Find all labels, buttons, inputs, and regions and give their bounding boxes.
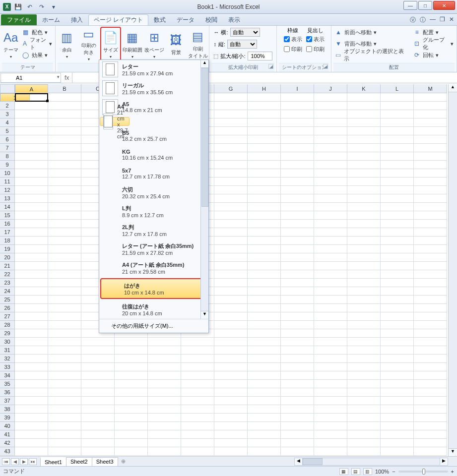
tab-2[interactable]: ページ レイアウト [88,14,148,25]
row-header-40[interactable]: 40 [0,422,15,430]
row-header-13[interactable]: 13 [0,194,15,203]
sheet-nav-prev-icon[interactable]: ◀ [11,458,19,465]
qat-dropdown-icon[interactable]: ▾ [49,2,59,12]
mdi-restore-icon[interactable]: ❐ [440,16,445,24]
row-header-32[interactable]: 32 [0,355,15,363]
hscroll-right-icon[interactable]: ▶ [440,458,448,465]
mdi-minimize-icon[interactable]: — [430,16,436,24]
selection-pane-button[interactable]: ▭オブジェクトの選択と表示 [333,50,408,60]
zoom-level[interactable]: 100% [375,469,389,475]
paper-size-item-10[interactable]: レター (アート紙 余白35mm)21.59 cm x 27.82 cm [99,239,208,258]
paper-size-item-1[interactable]: リーガル21.59 cm x 35.56 cm [99,79,208,98]
zoom-in-icon[interactable]: + [451,469,454,475]
paper-size-item-12[interactable]: はがき10 cm x 14.8 cm [100,278,207,299]
size-button[interactable]: 📄サイズ▾ [100,27,121,61]
col-header-L[interactable]: L [381,84,414,93]
gridlines-view-check[interactable]: 表示 [284,34,302,44]
sheet-nav-last-icon[interactable]: ⏭ [29,458,37,465]
row-header-41[interactable]: 41 [0,430,15,439]
normal-view-icon[interactable]: ▦ [339,468,348,475]
paper-size-item-3[interactable]: A421 cm x 29.7 cm [100,117,130,126]
row-header-30[interactable]: 30 [0,338,15,346]
select-all-corner[interactable] [0,84,15,93]
row-header-38[interactable]: 38 [0,405,15,414]
paper-size-item-8[interactable]: L判8.9 cm x 12.7 cm [99,202,208,221]
row-header-24[interactable]: 24 [0,287,15,296]
page-break-view-icon[interactable]: ▥ [363,468,372,475]
tab-0[interactable]: ホーム [37,14,65,25]
row-header-3[interactable]: 3 [0,110,15,119]
fx-icon[interactable]: fx [62,74,72,81]
new-sheet-icon[interactable]: ⊕ [121,458,126,465]
more-paper-sizes[interactable]: その他の用紙サイズ(M)... [99,319,208,333]
width-select[interactable]: 自動 [230,28,260,37]
row-header-12[interactable]: 12 [0,186,15,194]
headings-print-check[interactable]: 印刷 [306,44,325,54]
row-header-22[interactable]: 22 [0,270,15,279]
row-header-39[interactable]: 39 [0,414,15,422]
tab-6[interactable]: 表示 [223,14,246,25]
scroll-up-icon[interactable]: ▲ [449,84,457,92]
paper-size-item-5[interactable]: KG10.16 cm x 15.24 cm [99,145,208,164]
row-header-14[interactable]: 14 [0,203,15,211]
sheet-options-dialog-icon[interactable]: ◢ [323,64,328,69]
mdi-close-icon[interactable]: ✕ [449,16,454,24]
minimize-button[interactable]: — [403,1,417,10]
fonts-button[interactable]: Aフォント ▾ [21,38,53,49]
themes-button[interactable]: Aa テーマ▾ [2,27,20,61]
row-header-2[interactable]: 2 [0,102,15,110]
margins-button[interactable]: ▥余白▾ [57,27,77,61]
paper-size-item-7[interactable]: 六切20.32 cm x 25.4 cm [99,183,208,202]
col-header-B[interactable]: B [48,84,81,93]
vertical-scrollbar[interactable]: ▲ ▼ [448,84,457,456]
row-header-36[interactable]: 36 [0,388,15,397]
col-header-K[interactable]: K [347,84,381,93]
tab-4[interactable]: データ [171,14,200,25]
row-header-20[interactable]: 20 [0,253,15,262]
row-header-27[interactable]: 27 [0,312,15,321]
row-header-42[interactable]: 42 [0,439,15,447]
paper-size-item-0[interactable]: レター21.59 cm x 27.94 cm [99,60,208,79]
redo-icon[interactable]: ↷ [37,2,47,12]
row-header-10[interactable]: 10 [0,169,15,178]
name-box[interactable]: A1▾ [0,73,61,83]
scroll-down-icon[interactable]: ▼ [449,448,457,456]
paper-size-item-11[interactable]: A4 (アート紙 余白35mm)21 cm x 29.58 cm [99,258,208,277]
sheet-tab-Sheet3[interactable]: Sheet3 [92,457,118,466]
hscroll-left-icon[interactable]: ◀ [295,458,303,465]
namebox-dropdown-icon[interactable]: ▾ [57,74,60,79]
row-header-25[interactable]: 25 [0,296,15,304]
col-header-A[interactable]: A [15,84,48,93]
row-header-17[interactable]: 17 [0,228,15,237]
col-header-G[interactable]: G [214,84,248,93]
row-header-8[interactable]: 8 [0,152,15,161]
tab-5[interactable]: 校閲 [200,14,223,25]
row-header-7[interactable]: 7 [0,144,15,152]
row-header-15[interactable]: 15 [0,211,15,220]
undo-icon[interactable]: ↶ [25,2,35,12]
horizontal-scrollbar[interactable]: ◀ ▶ [294,458,448,466]
row-header-35[interactable]: 35 [0,380,15,388]
height-select[interactable]: 自動 [227,40,257,49]
row-header-9[interactable]: 9 [0,161,15,169]
hscroll-thumb[interactable] [303,458,323,465]
orientation-button[interactable]: ▭印刷の 向き▾ [78,27,99,61]
page-layout-view-icon[interactable]: ▤ [351,468,360,475]
paper-size-item-13[interactable]: 往復はがき20 cm x 14.8 cm [99,300,208,319]
zoom-slider[interactable] [398,471,448,473]
sheet-nav-first-icon[interactable]: ⏮ [2,458,10,465]
paper-size-item-9[interactable]: 2L判12.7 cm x 17.8 cm [99,221,208,239]
row-header-16[interactable]: 16 [0,220,15,228]
col-header-J[interactable]: J [314,84,347,93]
tab-1[interactable]: 挿入 [65,14,88,25]
col-header-M[interactable]: M [414,84,447,93]
tab-3[interactable]: 数式 [148,14,171,25]
background-button[interactable]: 🖼背景 [166,27,187,61]
effects-button[interactable]: ◯効果 ▾ [21,50,53,60]
paper-size-item-4[interactable]: B518.2 cm x 25.7 cm [99,126,208,145]
row-header-34[interactable]: 34 [0,371,15,380]
menu-scroll-up-icon[interactable]: ▲ [201,60,208,68]
row-header-28[interactable]: 28 [0,321,15,329]
row-header-37[interactable]: 37 [0,397,15,405]
zoom-thumb[interactable] [422,469,425,475]
